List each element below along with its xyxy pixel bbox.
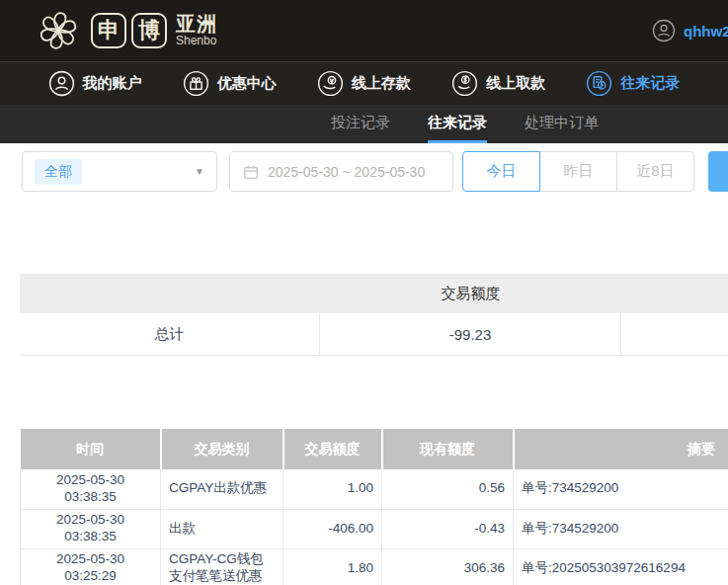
nav-label: 线上存款 xyxy=(352,74,411,93)
summary-amount-header: 交易额度 xyxy=(320,285,621,303)
summary-table: 交易额度 总计 -99.23 xyxy=(20,274,728,356)
nav-label: 优惠中心 xyxy=(217,74,277,93)
nav-item-transaction-records[interactable]: 往来记录 xyxy=(586,70,680,97)
summary-total-value: -99.23 xyxy=(320,313,621,355)
cell-amount: 1.80 xyxy=(283,548,382,585)
cell-time: 2025-05-30 03:25:29 xyxy=(21,548,161,585)
col-header-balance: 现有额度 xyxy=(382,429,514,469)
summary-total-row: 总计 -99.23 xyxy=(20,313,728,356)
cell-summary: 单号:734529200 xyxy=(514,509,728,548)
table-row: 2025-05-30 03:38:35 CGPAY出款优惠 1.00 0.56 … xyxy=(21,469,728,509)
category-selected-chip: 全部 xyxy=(35,159,82,185)
calendar-icon xyxy=(242,163,260,181)
nav-label: 我的账户 xyxy=(83,74,142,93)
nav-label: 线上取款 xyxy=(486,74,545,93)
logo-char-shen: 申 xyxy=(91,13,126,48)
user-icon xyxy=(48,70,75,97)
withdraw-icon xyxy=(451,70,478,97)
date-range-value: 2025-05-30 ~ 2025-05-30 xyxy=(268,164,425,180)
cell-time: 2025-05-30 03:38:35 xyxy=(21,509,161,548)
gift-icon xyxy=(183,70,209,97)
cell-type: CGPAY出款优惠 xyxy=(161,469,283,509)
nav-item-promotions[interactable]: 优惠中心 xyxy=(183,70,277,97)
quick-date-buttons: 今日 昨日 近8日 xyxy=(462,151,694,192)
tab-betting-records[interactable]: 投注记录 xyxy=(331,105,390,143)
shenbo-flower-logo-icon xyxy=(36,8,81,53)
logo-region-text: 亚洲 xyxy=(176,14,217,35)
username-text: qhhw2 xyxy=(684,23,728,40)
chevron-down-icon: ▼ xyxy=(195,166,204,177)
table-header-row: 时间 交易类别 交易额度 现有额度 摘要 xyxy=(21,429,728,469)
logo-subtitle: Shenbo xyxy=(176,35,217,47)
account-menu[interactable]: qhhw2 xyxy=(652,0,728,61)
tab-transaction-records[interactable]: 往来记录 xyxy=(428,105,487,143)
table-row: 2025-05-30 03:38:35 出款 -406.00 -0.43 单号:… xyxy=(21,509,728,548)
cell-amount: -406.00 xyxy=(283,509,382,548)
yesterday-button[interactable]: 昨日 xyxy=(539,151,617,192)
table-row: 2025-05-30 03:25:29 CGPAY-CG钱包支付笔笔送优惠 1.… xyxy=(21,548,728,585)
nav-item-my-account[interactable]: 我的账户 xyxy=(48,70,142,97)
summary-header-row: 交易额度 xyxy=(20,274,728,313)
nav-label: 往来记录 xyxy=(620,74,680,93)
search-button[interactable] xyxy=(708,151,728,192)
nav-item-deposit[interactable]: 线上存款 xyxy=(317,70,411,97)
main-navigation: 我的账户 优惠中心 线上存款 线上 xyxy=(0,61,728,105)
cell-time: 2025-05-30 03:38:35 xyxy=(21,469,161,509)
filter-bar: 全部 ▼ 2025-05-30 ~ 2025-05-30 今日 昨日 近8日 xyxy=(0,143,728,232)
nav-item-withdraw[interactable]: 线上取款 xyxy=(451,70,545,97)
cell-summary: 单号:734529200 xyxy=(514,469,728,509)
cell-summary: 单号:202505303972616294 xyxy=(514,548,728,585)
col-header-type: 交易类别 xyxy=(161,429,283,469)
cell-type: CGPAY-CG钱包支付笔笔送优惠 xyxy=(161,548,283,585)
summary-total-label: 总计 xyxy=(20,313,320,355)
records-icon xyxy=(586,70,612,97)
col-header-time: 时间 xyxy=(21,429,161,469)
cell-balance: 306.36 xyxy=(382,548,514,585)
date-range-input[interactable]: 2025-05-30 ~ 2025-05-30 xyxy=(229,151,453,192)
col-header-amount: 交易额度 xyxy=(283,429,382,469)
logo-wordmark: 亚洲 Shenbo xyxy=(176,14,217,47)
last-8-days-button[interactable]: 近8日 xyxy=(616,151,694,192)
col-header-summary: 摘要 xyxy=(514,429,728,469)
cell-balance: -0.43 xyxy=(382,509,514,548)
cell-balance: 0.56 xyxy=(382,469,514,509)
records-tab-bar: 投注记录 往来记录 处理中订单 xyxy=(0,105,728,143)
today-button[interactable]: 今日 xyxy=(462,151,540,192)
cell-type: 出款 xyxy=(161,509,283,548)
category-select[interactable]: 全部 ▼ xyxy=(22,151,217,192)
user-avatar-icon xyxy=(652,19,676,42)
transactions-table: 时间 交易类别 交易额度 现有额度 摘要 2025-05-30 03:38:35… xyxy=(20,429,728,585)
cell-amount: 1.00 xyxy=(283,469,382,509)
tab-pending-orders[interactable]: 处理中订单 xyxy=(525,105,599,143)
deposit-icon xyxy=(317,70,344,97)
top-bar: 申 博 亚洲 Shenbo qhhw2 xyxy=(0,0,728,61)
logo-char-bo: 博 xyxy=(131,13,167,48)
